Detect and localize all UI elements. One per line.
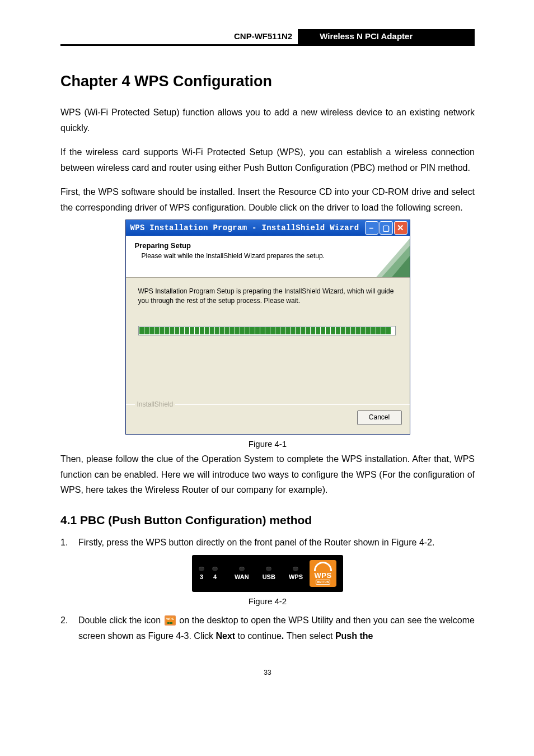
list-number: 1. bbox=[60, 535, 78, 550]
led-usb: USB bbox=[263, 567, 275, 580]
dialog-titlebar: WPS Installation Program - InstallShield… bbox=[126, 220, 410, 236]
wps-button-text: WPS bbox=[314, 572, 331, 579]
led-wps-label: WPS bbox=[289, 573, 303, 580]
page-number: 33 bbox=[60, 669, 475, 676]
list-item-2-text-c: to continue bbox=[238, 631, 282, 641]
list-item-2: 2. Double click the icon on the desktop … bbox=[60, 613, 475, 644]
list-item-2-bold-dot: . bbox=[282, 631, 287, 641]
body-paragraph-1: WPS (Wi-Fi Protected Setup) function all… bbox=[60, 105, 475, 136]
list-item-1-text: Firstly, press the WPS button directly o… bbox=[78, 535, 475, 550]
wps-hardware-button: WPS BUTTON bbox=[310, 560, 336, 587]
header-spacer bbox=[60, 29, 228, 44]
cancel-button[interactable]: Cancel bbox=[357, 410, 402, 425]
figure-4-2-wrap: 3 4 WAN USB WPS WPS BUTTON bbox=[60, 555, 475, 606]
wps-arc-icon bbox=[314, 562, 332, 571]
header-product: Wireless N PCI Adapter bbox=[299, 29, 475, 44]
body-paragraph-3: First, the WPS software should be instal… bbox=[60, 184, 475, 215]
progress-bar bbox=[138, 326, 396, 335]
wps-desktop-icon bbox=[165, 615, 176, 626]
led-wps: WPS bbox=[289, 567, 303, 580]
dialog-footer: InstallShield Cancel bbox=[126, 404, 410, 434]
dialog-header-subtitle: Please wait while the InstallShield Wiza… bbox=[142, 252, 401, 260]
list-item-2-text-d: Then select bbox=[287, 631, 335, 641]
router-front-panel: 3 4 WAN USB WPS WPS BUTTON bbox=[192, 555, 343, 592]
led-4: 4 bbox=[212, 567, 218, 580]
push-the-bold-word: Push the bbox=[335, 631, 373, 641]
installshield-label: InstallShield bbox=[135, 400, 176, 408]
list-item-2-text-a: Double click the icon bbox=[78, 615, 163, 625]
page-header: CNP-WF511N2 Wireless N PCI Adapter bbox=[60, 29, 475, 46]
dialog-header-title: Preparing Setup bbox=[135, 241, 401, 250]
led-3: 3 bbox=[199, 567, 204, 580]
installshield-graphic bbox=[365, 236, 410, 277]
list-number: 2. bbox=[60, 613, 78, 644]
led-wan-label: WAN bbox=[235, 573, 249, 580]
led-4-label: 4 bbox=[213, 573, 217, 580]
led-usb-label: USB bbox=[263, 573, 275, 580]
figure-4-2-caption: Figure 4-2 bbox=[60, 596, 475, 606]
dialog-header: Preparing Setup Please wait while the In… bbox=[126, 236, 410, 278]
chapter-title: Chapter 4 WPS Configuration bbox=[60, 73, 475, 90]
dialog-title: WPS Installation Program - InstallShield… bbox=[130, 223, 364, 232]
led-wan: WAN bbox=[235, 567, 249, 580]
list-item-1: 1. Firstly, press the WPS button directl… bbox=[60, 535, 475, 550]
led-3-label: 3 bbox=[200, 573, 203, 580]
close-button[interactable]: ✕ bbox=[394, 221, 407, 235]
section-title-4-1: 4.1 PBC (Push Button Configuration) meth… bbox=[60, 514, 475, 527]
next-bold-word: Next bbox=[216, 631, 235, 641]
dialog-body: WPS Installation Program Setup is prepar… bbox=[126, 278, 410, 404]
wps-button-subtext: BUTTON bbox=[316, 580, 331, 585]
header-model: CNP-WF511N2 bbox=[228, 29, 298, 44]
list-item-2-text: Double click the icon on the desktop to … bbox=[78, 613, 475, 644]
figure-4-1-wrap: WPS Installation Program - InstallShield… bbox=[60, 220, 475, 449]
figure-4-1-caption: Figure 4-1 bbox=[60, 439, 475, 449]
body-paragraph-2: If the wireless card supports Wi-Fi Prot… bbox=[60, 144, 475, 175]
dialog-body-text: WPS Installation Program Setup is prepar… bbox=[138, 287, 397, 306]
maximize-button[interactable]: ▢ bbox=[380, 221, 393, 235]
installshield-dialog: WPS Installation Program - InstallShield… bbox=[125, 220, 410, 435]
minimize-button[interactable]: – bbox=[365, 221, 378, 235]
body-paragraph-4: Then, please follow the clue of the Oper… bbox=[60, 451, 475, 498]
